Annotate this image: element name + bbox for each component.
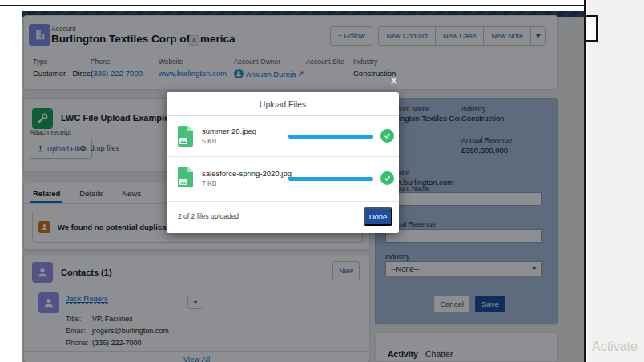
progress-bar — [288, 177, 373, 181]
close-icon[interactable]: X — [391, 76, 396, 86]
file-size: 5 KB — [202, 137, 216, 145]
file-name: summer 20.jpeg — [202, 127, 256, 135]
screenshot-root: Activate Account Burlington Textiles Cor… — [0, 0, 644, 362]
modal-footer: 2 of 2 files uploaded Done — [167, 202, 399, 231]
modal-title: Upload Files — [167, 92, 399, 116]
frame-vertical-line — [584, 0, 586, 362]
check-icon — [380, 129, 394, 143]
image-file-icon — [178, 167, 193, 187]
activate-watermark: Activate — [592, 340, 638, 354]
image-file-icon — [178, 126, 193, 147]
file-size: 7 KB — [202, 179, 216, 187]
done-button[interactable]: Done — [364, 207, 392, 226]
upload-status-text: 2 of 2 files uploaded — [178, 212, 239, 220]
desktop-gutter: Activate — [587, 0, 644, 362]
check-icon — [380, 171, 394, 185]
upload-files-modal: Upload Files summer 20.jpeg 5 KB sa — [167, 92, 399, 233]
progress-bar — [288, 135, 373, 139]
frame-edge-tab — [586, 15, 598, 42]
file-row: salesforce-spring-2020.jpg 7 KB — [167, 157, 399, 202]
file-name: salesforce-spring-2020.jpg — [202, 169, 292, 178]
file-row: summer 20.jpeg 5 KB — [167, 116, 399, 157]
frame-top-line — [0, 5, 586, 6]
